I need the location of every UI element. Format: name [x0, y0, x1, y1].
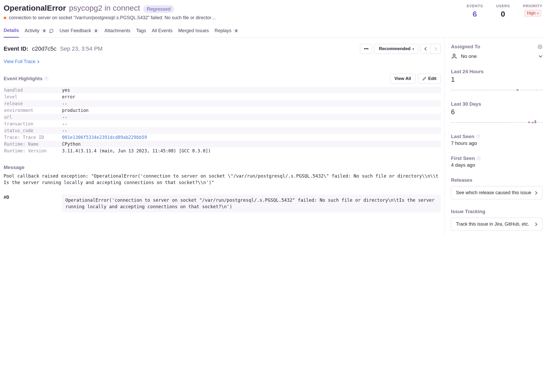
- event-id-value: c20d7c5c: [32, 45, 56, 52]
- message-heading: Message: [4, 165, 441, 170]
- gear-icon[interactable]: [538, 44, 542, 49]
- releases-heading: Releases: [451, 177, 542, 183]
- edit-button[interactable]: Edit: [418, 74, 441, 84]
- last-30d-heading: Last 30 Days: [451, 101, 542, 107]
- table-row: transaction--: [4, 120, 441, 127]
- recommended-dropdown[interactable]: Recommended ▾: [374, 44, 418, 54]
- issue-tracking-heading: Issue Tracking: [451, 209, 542, 214]
- svg-point-1: [453, 54, 455, 56]
- last-24h-value: 1: [451, 76, 542, 84]
- prev-event-button[interactable]: [420, 44, 431, 54]
- error-location: psycopg2 in connect: [69, 4, 140, 12]
- activity-count-badge: 0: [42, 29, 47, 33]
- frame-index: #0: [4, 194, 58, 212]
- replays-count-badge: 0: [234, 29, 239, 33]
- table-row: Runtime: NameCPython: [4, 141, 441, 147]
- tab-attachments[interactable]: Attachments: [105, 28, 131, 37]
- next-event-button[interactable]: [431, 44, 441, 54]
- first-seen-heading: First Seen: [451, 156, 475, 161]
- trace-id-link[interactable]: 001e1306f5334e2391dcd89ab229bb59: [62, 135, 147, 140]
- user-icon: [451, 53, 457, 59]
- last-30d-value: 6: [451, 108, 542, 116]
- svg-point-0: [540, 46, 541, 48]
- help-icon[interactable]: ?: [476, 135, 480, 138]
- tab-replays[interactable]: Replays 0: [215, 28, 239, 37]
- chevron-down-icon: [539, 55, 542, 58]
- table-row: Runtime: Version3.11.4(3.11.4 (main, Jun…: [4, 147, 441, 154]
- tab-all-events[interactable]: All Events: [152, 28, 173, 37]
- chevron-right-icon: [434, 47, 437, 51]
- table-row: environmentproduction: [4, 107, 441, 114]
- releases-button[interactable]: See which release caused this issue: [451, 186, 542, 199]
- assigned-to-heading: Assigned To: [451, 44, 480, 50]
- chevron-down-icon: ▾: [537, 12, 538, 15]
- chevron-right-icon: [535, 222, 537, 226]
- tab-details[interactable]: Details: [4, 28, 19, 38]
- last-seen-value: 7 hours ago: [451, 140, 542, 146]
- comment-icon: [49, 29, 54, 33]
- tab-user-feedback[interactable]: User Feedback 0: [59, 28, 99, 37]
- users-value[interactable]: 0: [496, 10, 510, 18]
- table-row: levelerror: [4, 93, 441, 100]
- table-row: release--: [4, 100, 441, 107]
- help-icon[interactable]: ?: [45, 77, 48, 80]
- event-timestamp: Sep 23, 3:54 PM: [60, 45, 103, 52]
- error-title: OperationalError: [4, 4, 66, 12]
- chevron-right-icon: [37, 60, 39, 63]
- table-row: url--: [4, 114, 441, 120]
- severity-dot: [4, 17, 6, 19]
- first-seen-value: 4 days ago: [451, 162, 542, 168]
- table-row: status_code--: [4, 127, 441, 134]
- tab-activity[interactable]: Activity 0: [25, 28, 54, 37]
- last-24h-sparkline: [451, 88, 542, 92]
- priority-label: PRIORITY: [523, 4, 542, 8]
- view-all-button[interactable]: View All: [390, 74, 415, 84]
- issue-tracking-button[interactable]: Track this issue in Jira, GitHub, etc.: [451, 218, 542, 231]
- feedback-count-badge: 0: [93, 29, 99, 33]
- chevron-left-icon: [424, 47, 427, 51]
- more-actions-button[interactable]: •••: [360, 44, 372, 54]
- tab-merged-issues[interactable]: Merged Issues: [178, 28, 209, 37]
- message-body: Pool callback raised exception: "Operati…: [4, 173, 441, 186]
- table-row: Trace: Trace ID001e1306f5334e2391dcd89ab…: [4, 134, 441, 141]
- last-24h-heading: Last 24 Hours: [451, 69, 542, 75]
- events-label: EVENTS: [467, 4, 483, 8]
- table-row: handledyes: [4, 87, 441, 93]
- event-id-label: Event ID:: [4, 45, 28, 52]
- help-icon[interactable]: ?: [477, 157, 481, 160]
- users-label: USERS: [496, 4, 510, 8]
- error-description: connection to server on socket "/var/run…: [9, 15, 216, 21]
- last-seen-heading: Last Seen: [451, 134, 474, 139]
- event-highlights-heading: Event Highlights: [4, 76, 43, 82]
- chevron-right-icon: [535, 191, 537, 195]
- status-badge: Regressed: [143, 5, 174, 13]
- pencil-icon: [422, 77, 426, 80]
- view-full-trace-link[interactable]: View Full Trace: [4, 59, 39, 64]
- tab-tags[interactable]: Tags: [136, 28, 146, 37]
- last-30d-sparkline: [451, 121, 542, 124]
- events-value[interactable]: 6: [467, 10, 483, 18]
- assignee-selector[interactable]: No one: [451, 53, 542, 59]
- priority-badge[interactable]: High ▾: [524, 10, 541, 17]
- frame-body: OperationalError('connection to server o…: [62, 194, 441, 212]
- assignee-name: No one: [461, 53, 477, 59]
- chevron-down-icon: ▾: [413, 48, 414, 50]
